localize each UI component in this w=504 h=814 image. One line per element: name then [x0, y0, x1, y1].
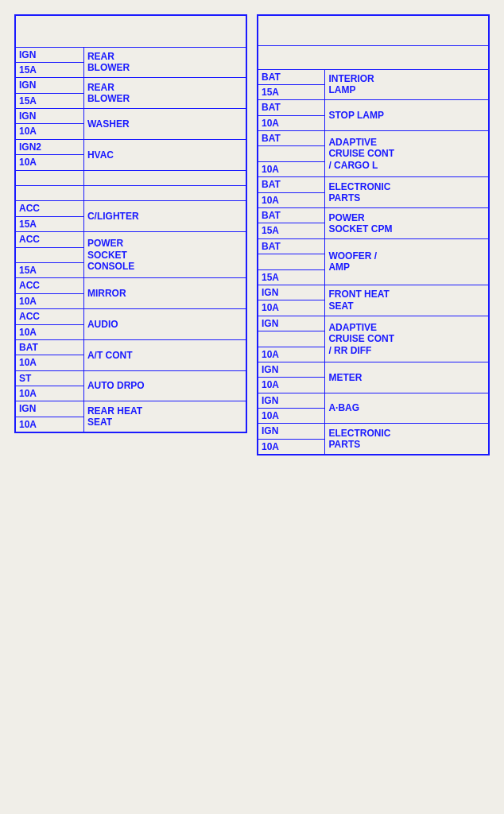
desc-cell: A·BAG: [325, 393, 489, 424]
table-row: BAT WOOFER /AMP: [258, 238, 489, 254]
right-header-1: [258, 15, 489, 45]
desc-cell: HVAC: [83, 139, 246, 170]
desc-cell: MIRROR: [83, 278, 246, 309]
table-row: BAT ADAPTIVECRUISE CONT/ CARGO L: [258, 131, 489, 146]
table-row: ACC AUDIO: [15, 309, 246, 324]
code-cell: IGN: [15, 401, 83, 417]
code-cell: BAT: [258, 131, 325, 146]
code-cell: [15, 247, 83, 262]
code-cell: [258, 331, 325, 347]
page-container: IGN REARBLOWER 15A IGN REARBLOWER 15A IG…: [8, 8, 496, 462]
table-row: BAT A/T CONT: [15, 339, 246, 355]
code-cell: IGN: [258, 424, 325, 439]
code-cell: 10A: [15, 155, 83, 170]
table-row: BAT INTERIORLAMP: [258, 69, 489, 84]
code-cell: IGN: [15, 78, 83, 93]
code-cell: 10A: [258, 409, 325, 424]
desc-cell: INTERIORLAMP: [325, 69, 489, 100]
code-cell: 15A: [258, 84, 325, 99]
left-header-cell: [15, 15, 246, 47]
desc-cell: [83, 170, 246, 185]
code-cell: 10A: [258, 161, 325, 176]
left-fuse-table: IGN REARBLOWER 15A IGN REARBLOWER 15A IG…: [14, 14, 247, 433]
code-cell: 10A: [15, 124, 83, 139]
desc-cell: AUDIO: [83, 309, 246, 340]
table-row: IGN METER: [258, 362, 489, 377]
code-cell: 15A: [15, 216, 83, 231]
code-cell: BAT: [258, 238, 325, 254]
code-cell: BAT: [258, 69, 325, 84]
table-row: BAT ELECTRONICPARTS: [258, 177, 489, 192]
desc-cell: AUTO DRPO: [83, 370, 246, 401]
left-header: [15, 15, 246, 47]
code-cell: 15A: [15, 62, 83, 77]
desc-cell: REARBLOWER: [83, 78, 246, 109]
table-row: IGN ELECTRONICPARTS: [258, 424, 489, 439]
code-cell: 10A: [15, 324, 83, 339]
table-row: BAT STOP LAMP: [258, 100, 489, 115]
desc-cell: REAR HEATSEAT: [83, 401, 246, 432]
code-cell: 10A: [258, 347, 325, 362]
code-cell: BAT: [15, 339, 83, 355]
code-cell: 10A: [15, 293, 83, 308]
code-cell: BAT: [258, 208, 325, 223]
desc-cell: POWERSOCKETCONSOLE: [83, 232, 246, 278]
code-cell: ST: [15, 370, 83, 386]
code-cell: BAT: [258, 177, 325, 192]
code-cell: [258, 146, 325, 161]
code-cell: IGN: [258, 316, 325, 331]
code-cell: BAT: [258, 100, 325, 115]
desc-cell: C/LIGHTER: [83, 201, 246, 232]
table-row: ACC C/LIGHTER: [15, 201, 246, 216]
desc-cell: WOOFER /AMP: [325, 238, 489, 285]
table-row: IGN ADAPTIVECRUISE CONT/ RR DIFF: [258, 316, 489, 331]
table-row: IGN WASHER: [15, 109, 246, 124]
code-cell: 10A: [15, 355, 83, 370]
code-cell: IGN: [15, 109, 83, 124]
right-fuse-table: BAT INTERIORLAMP 15A BAT STOP LAMP 10A B…: [257, 14, 490, 455]
code-cell: IGN2: [15, 139, 83, 154]
desc-cell: ELECTRONICPARTS: [325, 424, 489, 455]
table-row: BAT POWERSOCKET CPM: [258, 208, 489, 223]
code-cell: IGN: [258, 393, 325, 408]
code-cell: ACC: [15, 309, 83, 324]
tables-row: IGN REARBLOWER 15A IGN REARBLOWER 15A IG…: [8, 8, 496, 462]
table-row: ACC MIRROR: [15, 278, 246, 293]
code-cell: [15, 170, 83, 185]
code-cell: [258, 254, 325, 269]
spacer-row: [15, 186, 246, 201]
code-cell: ACC: [15, 232, 83, 247]
desc-cell: METER: [325, 362, 489, 393]
spacer-row: [15, 170, 246, 185]
code-cell: 15A: [258, 269, 325, 285]
code-cell: 10A: [258, 300, 325, 316]
code-cell: 15A: [15, 262, 83, 277]
desc-cell: STOP LAMP: [325, 100, 489, 131]
code-cell: 10A: [258, 115, 325, 130]
code-cell: 10A: [258, 439, 325, 455]
desc-cell: FRONT HEATSEAT: [325, 285, 489, 316]
desc-cell: A/T CONT: [83, 339, 246, 370]
desc-cell: [83, 186, 246, 201]
code-cell: 10A: [15, 417, 83, 432]
desc-cell: WASHER: [83, 109, 246, 140]
table-row: ST AUTO DRPO: [15, 370, 246, 386]
code-cell: [15, 186, 83, 201]
code-cell: IGN: [15, 47, 83, 62]
table-row: IGN REARBLOWER: [15, 47, 246, 62]
desc-cell: ELECTRONICPARTS: [325, 177, 489, 208]
right-header-2: [258, 45, 489, 69]
code-cell: 10A: [15, 386, 83, 401]
desc-cell: ADAPTIVECRUISE CONT/ CARGO L: [325, 131, 489, 177]
table-row: IGN FRONT HEATSEAT: [258, 285, 489, 300]
desc-cell: POWERSOCKET CPM: [325, 208, 489, 239]
table-row: IGN REARBLOWER: [15, 78, 246, 93]
desc-cell: REARBLOWER: [83, 47, 246, 78]
code-cell: ACC: [15, 201, 83, 216]
code-cell: 10A: [258, 378, 325, 393]
code-cell: 15A: [258, 223, 325, 238]
code-cell: 15A: [15, 93, 83, 108]
right-header-cell2: [258, 45, 489, 69]
right-header-cell: [258, 15, 489, 45]
table-row: IGN2 HVAC: [15, 139, 246, 154]
